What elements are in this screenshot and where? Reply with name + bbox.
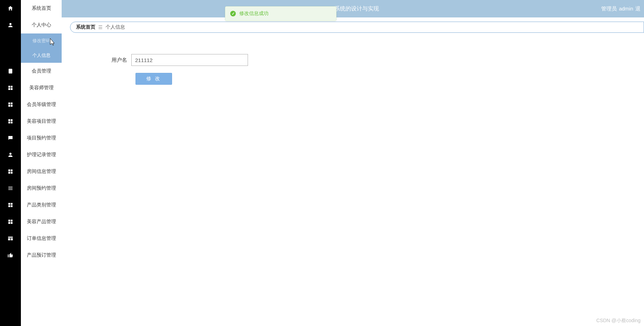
sidebar-item-home[interactable]: 系统首页	[21, 0, 62, 17]
breadcrumb-root[interactable]: 系统首页	[76, 24, 95, 30]
grid-icon[interactable]	[0, 163, 21, 180]
system-title: 系统的设计与实现	[334, 5, 379, 13]
success-toast: 修改信息成功	[225, 6, 336, 21]
clipboard-icon[interactable]	[0, 63, 21, 79]
topbar-user-area: 管理员 admin 退	[601, 6, 641, 12]
check-circle-icon	[230, 11, 236, 16]
toast-message: 修改信息成功	[239, 10, 269, 17]
table-icon[interactable]	[0, 230, 21, 247]
sidebar-item-order-info-manage[interactable]: 订单信息管理	[21, 230, 62, 247]
sidebar-item-beauty-product-manage[interactable]: 美容产品管理	[21, 213, 62, 230]
grid-icon[interactable]	[0, 113, 21, 130]
submenu-change-password[interactable]: 修改密码	[21, 33, 62, 48]
username-input[interactable]	[131, 54, 248, 66]
sidebar-item-room-reservation-manage[interactable]: 房间预约管理	[21, 180, 62, 197]
breadcrumb-current: 个人信息	[106, 24, 125, 30]
sidebar-item-personal[interactable]: 个人中心	[21, 17, 62, 33]
watermark: CSDN @小蔡coding	[596, 318, 641, 324]
menu-icon[interactable]	[0, 180, 21, 197]
grid-icon[interactable]	[0, 213, 21, 230]
grid-icon[interactable]	[0, 79, 21, 96]
submenu-personal: 修改密码 个人信息	[21, 33, 62, 63]
thumb-icon[interactable]	[0, 247, 21, 264]
grid-icon[interactable]	[0, 197, 21, 213]
submenu-spacer	[0, 33, 21, 63]
grid-icon[interactable]	[0, 96, 21, 113]
sidebar-item-project-reservation-manage[interactable]: 项目预约管理	[21, 130, 62, 146]
user-icon[interactable]	[0, 17, 21, 33]
breadcrumb-separator: ☰	[98, 24, 103, 30]
home-icon[interactable]	[0, 0, 21, 17]
breadcrumb: 系统首页 ☰ 个人信息	[70, 22, 644, 33]
username-label: 用户名	[90, 57, 131, 63]
user-icon[interactable]	[0, 146, 21, 163]
sidebar-item-member-manage[interactable]: 会员管理	[21, 63, 62, 79]
sidebar-labels: 系统首页 个人中心 修改密码 个人信息 会员管理 美容师管理 会员等级管理 美容…	[21, 0, 62, 326]
content-area: 系统首页 ☰ 个人信息 用户名 修 改	[62, 17, 644, 326]
sidebar-item-product-category-manage[interactable]: 产品类别管理	[21, 197, 62, 213]
chat-icon[interactable]	[0, 130, 21, 146]
sidebar-icon-strip	[0, 0, 21, 326]
sidebar-item-beauty-project-manage[interactable]: 美容项目管理	[21, 113, 62, 130]
sidebar-item-product-booking-manage[interactable]: 产品预订管理	[21, 247, 62, 264]
submenu-personal-info[interactable]: 个人信息	[21, 48, 62, 63]
user-role-label: 管理员	[601, 6, 617, 12]
personal-info-form: 用户名 修 改	[90, 54, 248, 85]
logout-button[interactable]: 退	[635, 6, 641, 12]
sidebar-item-member-level-manage[interactable]: 会员等级管理	[21, 96, 62, 113]
sidebar-item-room-info-manage[interactable]: 房间信息管理	[21, 163, 62, 180]
form-row-username: 用户名	[90, 54, 248, 66]
sidebar-item-care-record-manage[interactable]: 护理记录管理	[21, 146, 62, 163]
topbar-username[interactable]: admin	[619, 6, 633, 12]
sidebar-item-beautician-manage[interactable]: 美容师管理	[21, 79, 62, 96]
submit-button[interactable]: 修 改	[135, 73, 172, 85]
